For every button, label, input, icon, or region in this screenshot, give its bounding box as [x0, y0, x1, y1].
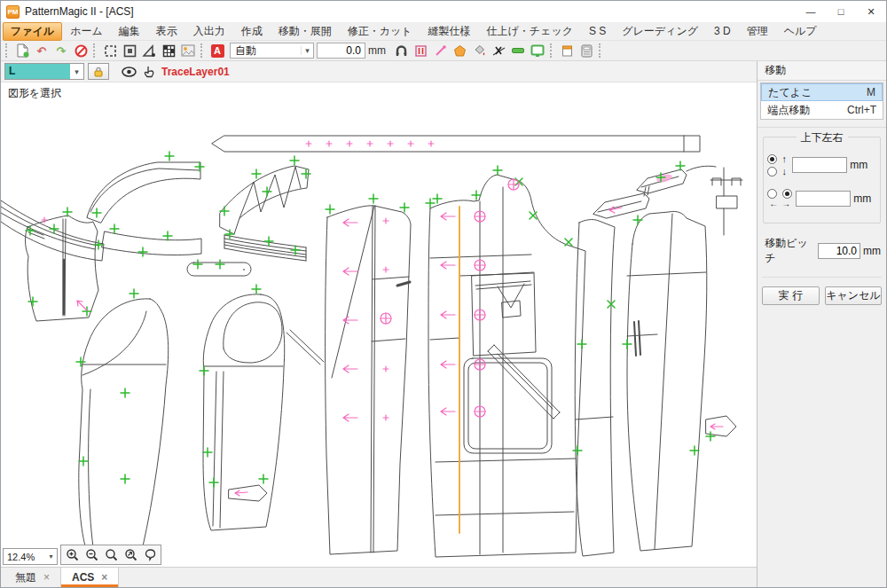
zoom-level-combobox[interactable]: 12.4% ▾	[3, 548, 58, 565]
offset-value-input[interactable]	[317, 43, 365, 59]
pattern-piece-back-panel[interactable]	[627, 166, 742, 551]
pattern-piece-side-panel[interactable]	[575, 220, 615, 556]
lock-layer-button[interactable]	[88, 63, 109, 80]
pattern-piece-collar[interactable]	[87, 162, 200, 223]
menu-home[interactable]: ホーム	[62, 22, 111, 41]
left-arrow-icon: ←	[769, 199, 778, 208]
vertical-distance-input[interactable]	[792, 157, 847, 173]
pitch-input[interactable]	[818, 243, 860, 259]
menu-move-expand[interactable]: 移動・展開	[271, 22, 340, 41]
menu-edit[interactable]: 編集	[111, 22, 148, 41]
toolbar-drag-handle[interactable]	[550, 43, 553, 58]
pattern-piece-belt[interactable]	[212, 136, 700, 152]
draw-pen-icon[interactable]	[430, 42, 450, 59]
polygon-home-icon[interactable]	[450, 42, 469, 59]
toolbar-drag-handle[interactable]	[93, 43, 96, 58]
auto-mode-combobox[interactable]: 自動 ▾	[230, 43, 314, 59]
pattern-piece-front-main-panel[interactable]	[428, 175, 585, 557]
command-endpoint-move[interactable]: 端点移動 Ctrl+T	[761, 101, 883, 119]
maximize-button[interactable]: □	[826, 1, 856, 22]
pattern-piece-front-side-panel[interactable]	[326, 206, 411, 554]
menu-finish-check[interactable]: 仕上げ・チェック	[479, 22, 581, 41]
toolbar-drag-handle[interactable]	[5, 43, 8, 58]
measure-set-square-icon[interactable]	[139, 42, 159, 59]
minimize-button[interactable]: —	[796, 1, 826, 22]
image-icon[interactable]	[178, 42, 198, 59]
select-frame-icon[interactable]	[100, 42, 120, 59]
move-right-radio[interactable]	[782, 189, 792, 199]
new-document-icon[interactable]	[12, 42, 32, 59]
menu-io[interactable]: 入出力	[185, 22, 233, 41]
text-annotation-icon[interactable]: A	[208, 42, 227, 59]
fill-bucket-icon[interactable]	[469, 42, 489, 59]
tab-close-icon[interactable]: ×	[43, 571, 50, 584]
notch-tool-icon[interactable]	[411, 42, 430, 59]
pattern-piece-sleeve-under[interactable]	[203, 294, 324, 530]
move-up-radio[interactable]	[767, 154, 777, 164]
monitor-check-icon[interactable]	[528, 42, 547, 59]
toolbar-drag-handle[interactable]	[200, 43, 203, 58]
pattern-piece-facet-band[interactable]	[220, 166, 309, 234]
zoom-fit-icon[interactable]	[121, 546, 140, 563]
cut-line-icon[interactable]	[489, 42, 508, 59]
command-label: 端点移動	[767, 103, 810, 118]
panel-actions: 実 行 キャンセル	[762, 277, 882, 305]
command-tateyoko[interactable]: たてよこ M	[761, 83, 883, 101]
menu-create[interactable]: 作成	[233, 22, 271, 41]
execute-button[interactable]: 実 行	[762, 286, 819, 305]
menu-sewing-spec[interactable]: 縫製仕様	[420, 22, 479, 41]
move-down-radio[interactable]	[767, 167, 777, 176]
menu-3d[interactable]: 3 D	[706, 23, 739, 39]
close-button[interactable]: ✕	[856, 1, 886, 22]
layer-bar: L ▾ TraceLayer01	[1, 61, 757, 82]
magnet-snap-icon[interactable]	[391, 42, 411, 59]
panel-title: 移動	[757, 61, 886, 81]
move-tool-panel: 移動 たてよこ M 端点移動 Ctrl+T 上下左右	[757, 61, 886, 587]
pattern-piece-epaulette-2[interactable]	[637, 169, 687, 196]
zoom-button-group	[60, 545, 161, 565]
tab-close-icon[interactable]: ×	[101, 571, 107, 584]
menu-view[interactable]: 表示	[148, 22, 185, 41]
layer-combobox[interactable]: L ▾	[4, 63, 84, 80]
pattern-piece-under-collar[interactable]	[1, 200, 104, 261]
pattern-piece-epaulette-1[interactable]	[593, 193, 649, 218]
container-icon[interactable]	[557, 42, 577, 59]
calculator-icon[interactable]	[577, 42, 596, 59]
pan-lasso-icon[interactable]	[140, 546, 160, 563]
cancel-command-icon[interactable]	[71, 42, 90, 59]
move-left-radio[interactable]	[767, 189, 777, 199]
tab-acs[interactable]: ACS ×	[60, 568, 119, 587]
seam-bar-icon[interactable]	[508, 42, 528, 59]
drawing-canvas[interactable]: 図形を選択	[1, 82, 757, 567]
pitch-label: 移動ピッチ	[765, 236, 814, 266]
zoom-window-icon[interactable]	[101, 546, 121, 563]
zoom-out-icon[interactable]	[82, 546, 101, 563]
move-command-list: たてよこ M 端点移動 Ctrl+T	[760, 82, 883, 120]
menu-grading[interactable]: グレーディング	[614, 22, 706, 41]
menu-help[interactable]: ヘルプ	[776, 22, 825, 41]
horizontal-distance-input[interactable]	[796, 191, 851, 207]
right-arrow-icon: →	[781, 199, 790, 208]
tab-untitled[interactable]: 無題 ×	[4, 568, 60, 587]
redo-icon[interactable]: ↷	[51, 42, 71, 59]
cancel-button[interactable]: キャンセル	[825, 286, 882, 305]
select-region-icon[interactable]	[120, 42, 139, 59]
zoom-in-icon[interactable]	[62, 546, 82, 563]
menu-modify-cut[interactable]: 修正・カット	[340, 22, 420, 41]
grid-table-icon[interactable]	[159, 42, 178, 59]
app-window: PM PatternMagic II - [ACS] — □ ✕ ファイル ホー…	[0, 0, 887, 588]
active-layer-name[interactable]: TraceLayer01	[161, 66, 230, 78]
pattern-piece-sleeve-upper[interactable]	[79, 299, 169, 549]
pitch-unit-label: mm	[863, 245, 881, 257]
hand-pointer-icon[interactable]	[144, 66, 154, 78]
drawing-column: L ▾ TraceLayer01 図形を選択	[1, 61, 757, 587]
pattern-piece-multi-band[interactable]	[224, 235, 306, 261]
menu-ss[interactable]: S S	[581, 23, 614, 39]
undo-icon[interactable]: ↶	[32, 42, 51, 59]
eye-icon[interactable]	[122, 67, 137, 77]
pattern-piece-collar-band[interactable]	[102, 231, 201, 255]
menu-manage[interactable]: 管理	[739, 22, 776, 41]
toolbar-drag-handle[interactable]	[599, 43, 601, 58]
menu-file[interactable]: ファイル	[3, 22, 62, 41]
direction-groupbox: 上下左右 ↑ ↓ mm	[763, 137, 881, 223]
